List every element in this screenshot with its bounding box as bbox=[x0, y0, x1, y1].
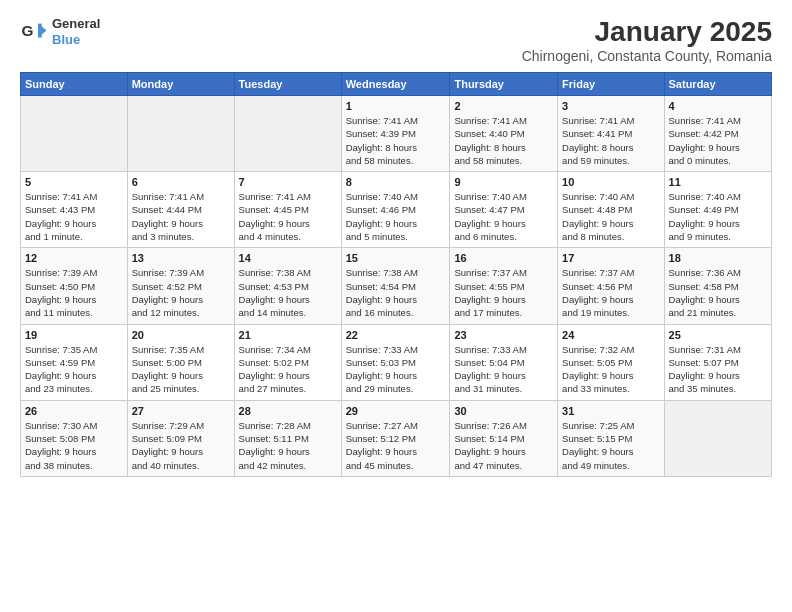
calendar-subtitle: Chirnogeni, Constanta County, Romania bbox=[522, 48, 772, 64]
page: G General Blue January 2025 Chirnogeni, … bbox=[0, 0, 792, 612]
calendar-cell: 2Sunrise: 7:41 AM Sunset: 4:40 PM Daylig… bbox=[450, 96, 558, 172]
calendar-cell: 5Sunrise: 7:41 AM Sunset: 4:43 PM Daylig… bbox=[21, 172, 128, 248]
day-info: Sunrise: 7:40 AM Sunset: 4:49 PM Dayligh… bbox=[669, 190, 767, 243]
day-number: 7 bbox=[239, 176, 337, 188]
calendar-cell: 30Sunrise: 7:26 AM Sunset: 5:14 PM Dayli… bbox=[450, 400, 558, 476]
calendar-table: SundayMondayTuesdayWednesdayThursdayFrid… bbox=[20, 72, 772, 477]
calendar-cell: 9Sunrise: 7:40 AM Sunset: 4:47 PM Daylig… bbox=[450, 172, 558, 248]
calendar-cell: 21Sunrise: 7:34 AM Sunset: 5:02 PM Dayli… bbox=[234, 324, 341, 400]
calendar-week-row: 19Sunrise: 7:35 AM Sunset: 4:59 PM Dayli… bbox=[21, 324, 772, 400]
calendar-cell: 19Sunrise: 7:35 AM Sunset: 4:59 PM Dayli… bbox=[21, 324, 128, 400]
calendar-cell: 6Sunrise: 7:41 AM Sunset: 4:44 PM Daylig… bbox=[127, 172, 234, 248]
day-info: Sunrise: 7:41 AM Sunset: 4:40 PM Dayligh… bbox=[454, 114, 553, 167]
day-info: Sunrise: 7:36 AM Sunset: 4:58 PM Dayligh… bbox=[669, 266, 767, 319]
day-number: 20 bbox=[132, 329, 230, 341]
calendar-cell: 26Sunrise: 7:30 AM Sunset: 5:08 PM Dayli… bbox=[21, 400, 128, 476]
day-info: Sunrise: 7:34 AM Sunset: 5:02 PM Dayligh… bbox=[239, 343, 337, 396]
day-number: 26 bbox=[25, 405, 123, 417]
calendar-cell: 13Sunrise: 7:39 AM Sunset: 4:52 PM Dayli… bbox=[127, 248, 234, 324]
day-info: Sunrise: 7:26 AM Sunset: 5:14 PM Dayligh… bbox=[454, 419, 553, 472]
day-of-week-header: Saturday bbox=[664, 73, 771, 96]
day-info: Sunrise: 7:41 AM Sunset: 4:43 PM Dayligh… bbox=[25, 190, 123, 243]
calendar-cell bbox=[664, 400, 771, 476]
day-info: Sunrise: 7:41 AM Sunset: 4:41 PM Dayligh… bbox=[562, 114, 659, 167]
day-number: 5 bbox=[25, 176, 123, 188]
day-number: 17 bbox=[562, 252, 659, 264]
day-of-week-header: Monday bbox=[127, 73, 234, 96]
day-number: 31 bbox=[562, 405, 659, 417]
day-number: 23 bbox=[454, 329, 553, 341]
calendar-week-row: 1Sunrise: 7:41 AM Sunset: 4:39 PM Daylig… bbox=[21, 96, 772, 172]
day-info: Sunrise: 7:41 AM Sunset: 4:44 PM Dayligh… bbox=[132, 190, 230, 243]
svg-text:G: G bbox=[21, 22, 33, 39]
day-of-week-header: Friday bbox=[558, 73, 664, 96]
logo-text: General Blue bbox=[52, 16, 100, 47]
day-info: Sunrise: 7:33 AM Sunset: 5:03 PM Dayligh… bbox=[346, 343, 446, 396]
day-info: Sunrise: 7:28 AM Sunset: 5:11 PM Dayligh… bbox=[239, 419, 337, 472]
day-info: Sunrise: 7:31 AM Sunset: 5:07 PM Dayligh… bbox=[669, 343, 767, 396]
calendar-cell: 16Sunrise: 7:37 AM Sunset: 4:55 PM Dayli… bbox=[450, 248, 558, 324]
logo-line2: Blue bbox=[52, 32, 100, 48]
calendar-cell: 3Sunrise: 7:41 AM Sunset: 4:41 PM Daylig… bbox=[558, 96, 664, 172]
day-info: Sunrise: 7:40 AM Sunset: 4:46 PM Dayligh… bbox=[346, 190, 446, 243]
calendar-cell bbox=[234, 96, 341, 172]
day-number: 24 bbox=[562, 329, 659, 341]
day-info: Sunrise: 7:39 AM Sunset: 4:50 PM Dayligh… bbox=[25, 266, 123, 319]
calendar-title: January 2025 bbox=[522, 16, 772, 48]
day-info: Sunrise: 7:41 AM Sunset: 4:39 PM Dayligh… bbox=[346, 114, 446, 167]
day-number: 9 bbox=[454, 176, 553, 188]
day-info: Sunrise: 7:39 AM Sunset: 4:52 PM Dayligh… bbox=[132, 266, 230, 319]
day-of-week-header: Wednesday bbox=[341, 73, 450, 96]
calendar-cell: 31Sunrise: 7:25 AM Sunset: 5:15 PM Dayli… bbox=[558, 400, 664, 476]
calendar-cell: 10Sunrise: 7:40 AM Sunset: 4:48 PM Dayli… bbox=[558, 172, 664, 248]
day-number: 13 bbox=[132, 252, 230, 264]
day-info: Sunrise: 7:32 AM Sunset: 5:05 PM Dayligh… bbox=[562, 343, 659, 396]
day-number: 14 bbox=[239, 252, 337, 264]
calendar-cell: 14Sunrise: 7:38 AM Sunset: 4:53 PM Dayli… bbox=[234, 248, 341, 324]
day-info: Sunrise: 7:25 AM Sunset: 5:15 PM Dayligh… bbox=[562, 419, 659, 472]
logo-line1: General bbox=[52, 16, 100, 32]
calendar-cell: 1Sunrise: 7:41 AM Sunset: 4:39 PM Daylig… bbox=[341, 96, 450, 172]
day-number: 12 bbox=[25, 252, 123, 264]
logo-icon: G bbox=[20, 18, 48, 46]
calendar-cell: 23Sunrise: 7:33 AM Sunset: 5:04 PM Dayli… bbox=[450, 324, 558, 400]
day-number: 29 bbox=[346, 405, 446, 417]
calendar-cell: 22Sunrise: 7:33 AM Sunset: 5:03 PM Dayli… bbox=[341, 324, 450, 400]
day-info: Sunrise: 7:40 AM Sunset: 4:47 PM Dayligh… bbox=[454, 190, 553, 243]
calendar-cell: 15Sunrise: 7:38 AM Sunset: 4:54 PM Dayli… bbox=[341, 248, 450, 324]
calendar-cell: 24Sunrise: 7:32 AM Sunset: 5:05 PM Dayli… bbox=[558, 324, 664, 400]
day-info: Sunrise: 7:37 AM Sunset: 4:56 PM Dayligh… bbox=[562, 266, 659, 319]
day-info: Sunrise: 7:37 AM Sunset: 4:55 PM Dayligh… bbox=[454, 266, 553, 319]
day-info: Sunrise: 7:29 AM Sunset: 5:09 PM Dayligh… bbox=[132, 419, 230, 472]
day-number: 6 bbox=[132, 176, 230, 188]
day-of-week-header: Sunday bbox=[21, 73, 128, 96]
day-number: 22 bbox=[346, 329, 446, 341]
day-info: Sunrise: 7:40 AM Sunset: 4:48 PM Dayligh… bbox=[562, 190, 659, 243]
calendar-cell: 17Sunrise: 7:37 AM Sunset: 4:56 PM Dayli… bbox=[558, 248, 664, 324]
calendar-cell bbox=[127, 96, 234, 172]
header: G General Blue January 2025 Chirnogeni, … bbox=[20, 16, 772, 64]
day-info: Sunrise: 7:41 AM Sunset: 4:42 PM Dayligh… bbox=[669, 114, 767, 167]
day-number: 18 bbox=[669, 252, 767, 264]
day-number: 25 bbox=[669, 329, 767, 341]
calendar-cell: 4Sunrise: 7:41 AM Sunset: 4:42 PM Daylig… bbox=[664, 96, 771, 172]
day-number: 19 bbox=[25, 329, 123, 341]
day-number: 10 bbox=[562, 176, 659, 188]
calendar-cell: 29Sunrise: 7:27 AM Sunset: 5:12 PM Dayli… bbox=[341, 400, 450, 476]
day-number: 11 bbox=[669, 176, 767, 188]
calendar-cell: 25Sunrise: 7:31 AM Sunset: 5:07 PM Dayli… bbox=[664, 324, 771, 400]
day-number: 27 bbox=[132, 405, 230, 417]
calendar-header-row: SundayMondayTuesdayWednesdayThursdayFrid… bbox=[21, 73, 772, 96]
calendar-cell: 28Sunrise: 7:28 AM Sunset: 5:11 PM Dayli… bbox=[234, 400, 341, 476]
day-number: 21 bbox=[239, 329, 337, 341]
calendar-cell: 8Sunrise: 7:40 AM Sunset: 4:46 PM Daylig… bbox=[341, 172, 450, 248]
calendar-week-row: 26Sunrise: 7:30 AM Sunset: 5:08 PM Dayli… bbox=[21, 400, 772, 476]
calendar-cell: 12Sunrise: 7:39 AM Sunset: 4:50 PM Dayli… bbox=[21, 248, 128, 324]
day-number: 15 bbox=[346, 252, 446, 264]
day-info: Sunrise: 7:33 AM Sunset: 5:04 PM Dayligh… bbox=[454, 343, 553, 396]
day-info: Sunrise: 7:41 AM Sunset: 4:45 PM Dayligh… bbox=[239, 190, 337, 243]
calendar-cell: 11Sunrise: 7:40 AM Sunset: 4:49 PM Dayli… bbox=[664, 172, 771, 248]
day-number: 4 bbox=[669, 100, 767, 112]
calendar-cell: 18Sunrise: 7:36 AM Sunset: 4:58 PM Dayli… bbox=[664, 248, 771, 324]
calendar-week-row: 5Sunrise: 7:41 AM Sunset: 4:43 PM Daylig… bbox=[21, 172, 772, 248]
